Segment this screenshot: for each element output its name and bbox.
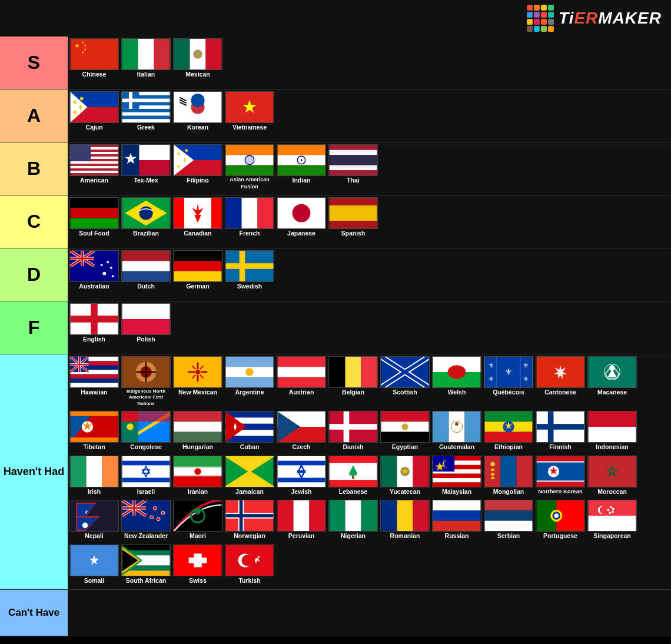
flag-item-italian[interactable]: Italian	[121, 38, 171, 79]
flag-item-tibetan[interactable]: Tibetan	[69, 411, 119, 452]
flag-item-finnish[interactable]: Finnish	[536, 411, 585, 452]
flag-item-guatemalan[interactable]: Guatemalan	[432, 411, 481, 452]
flag-item-austrian[interactable]: Austrian	[277, 356, 326, 407]
flag-item-moroccan[interactable]: Moroccan	[587, 456, 637, 497]
flag-item-czech[interactable]: Czech	[277, 411, 326, 452]
flag-item-australian[interactable]: Australian	[69, 250, 119, 291]
svg-rect-69	[71, 198, 118, 208]
hungarian-flag	[173, 411, 222, 443]
flag-item-soulfood[interactable]: Soul Food	[69, 197, 119, 238]
flag-item-greek[interactable]: Greek	[121, 91, 171, 132]
flag-item-iranian[interactable]: Iranian	[173, 456, 222, 497]
brazilian-label: Brazilian	[121, 229, 171, 238]
flag-item-southafrican[interactable]: South African	[121, 545, 171, 586]
flag-item-irish[interactable]: Irish	[69, 456, 119, 497]
flag-item-french[interactable]: French	[225, 197, 274, 238]
flag-item-indigenous[interactable]: Indigenous North American/ First Nations	[121, 356, 171, 407]
flag-item-texmex[interactable]: Tex-Mex	[121, 144, 171, 191]
flag-item-turkish[interactable]: Turkish	[225, 545, 274, 586]
flag-item-jamaican[interactable]: Jamaican	[225, 456, 274, 497]
flag-item-belgian[interactable]: Belgian	[328, 356, 378, 407]
indian-label: Indian	[277, 176, 326, 185]
flag-item-malaysian[interactable]: Malaysian	[432, 456, 481, 497]
flag-item-spanish[interactable]: Spanish	[328, 197, 378, 238]
flag-item-serbian[interactable]: Serbian	[484, 500, 533, 541]
flag-item-ethiopian[interactable]: Ethiopian	[484, 411, 533, 452]
svg-rect-112	[71, 316, 118, 323]
flag-item-egyptian[interactable]: Egyptian	[380, 411, 430, 452]
flag-item-vietnamese[interactable]: Vietnamese	[225, 91, 274, 132]
tier-content-s: Chinese Italian Mexican	[68, 36, 671, 89]
guatemalan-label: Guatemalan	[432, 443, 481, 452]
guatemalan-flag	[432, 411, 481, 443]
flag-item-israeli[interactable]: Israeli	[121, 456, 171, 497]
tiermaker-container: TiERMAKER S Chinese	[0, 0, 671, 636]
flag-item-chinese[interactable]: Chinese	[69, 38, 119, 79]
flag-item-peruvian[interactable]: Peruvian	[277, 500, 326, 541]
flag-item-english[interactable]: English	[69, 303, 119, 344]
flag-item-russian[interactable]: Russian	[432, 500, 481, 541]
flag-item-hungarian[interactable]: Hungarian	[173, 411, 222, 452]
flag-item-filipino[interactable]: Filipino	[173, 144, 222, 191]
flag-item-asianfusion[interactable]: Asian American Fusion	[225, 144, 274, 191]
svg-point-352	[607, 509, 609, 512]
flag-item-dutch[interactable]: Dutch	[121, 250, 171, 291]
flag-item-canadian[interactable]: Canadian	[173, 197, 222, 238]
flag-item-argentine[interactable]: Argentine	[225, 356, 274, 407]
flag-item-mongolian[interactable]: Mongolian	[484, 456, 533, 497]
tier-row-b: B American	[0, 142, 671, 195]
flag-item-indian[interactable]: Indian	[277, 144, 326, 191]
flag-item-polish[interactable]: Polish	[121, 303, 171, 344]
flag-item-portuguese[interactable]: Portuguese	[536, 500, 585, 541]
japanese-flag	[277, 197, 326, 229]
flag-item-swiss[interactable]: Swiss	[173, 545, 222, 586]
flag-item-jewish[interactable]: Jewish	[277, 456, 326, 497]
flag-item-indonesian[interactable]: Indonesian	[587, 411, 637, 452]
flag-item-korean[interactable]: Korean	[173, 91, 222, 132]
svg-rect-7	[138, 39, 154, 69]
flag-item-norwegian[interactable]: Norwegian	[225, 500, 274, 541]
flag-item-swedish[interactable]: Swedish	[225, 250, 274, 291]
serbian-label: Serbian	[484, 532, 533, 541]
svg-rect-358	[122, 545, 170, 550]
flag-item-brazilian[interactable]: Brazilian	[121, 197, 171, 238]
flag-item-quebecois[interactable]: ⚜ ⚜ ⚜ ⚜ ⚜ Québécois	[484, 356, 533, 407]
flag-item-mexican[interactable]: Mexican	[173, 38, 222, 79]
cajun-label: Cajun	[69, 123, 119, 132]
flag-item-romanian[interactable]: Romanian	[380, 500, 430, 541]
flag-item-singaporean[interactable]: Singaporean	[587, 500, 637, 541]
flag-item-hawaiian[interactable]: Hawaiian	[69, 356, 119, 407]
svg-rect-79	[226, 198, 242, 228]
svg-rect-103	[122, 271, 170, 281]
flag-item-nepali[interactable]: Nepali	[69, 500, 119, 541]
svg-rect-327	[330, 500, 346, 531]
flag-item-cuban[interactable]: Cuban	[225, 411, 274, 452]
svg-rect-211	[381, 411, 429, 421]
spanish-label: Spanish	[328, 229, 378, 238]
flag-item-somali[interactable]: Somali	[69, 545, 119, 586]
flag-item-danish[interactable]: Danish	[328, 411, 378, 452]
svg-rect-242	[174, 476, 222, 478]
svg-rect-64	[330, 145, 377, 150]
svg-point-369	[242, 555, 253, 566]
flag-item-newzealander[interactable]: New Zealander	[121, 500, 171, 541]
flag-item-thai[interactable]: Thai	[328, 144, 378, 191]
flag-item-lebanese[interactable]: Lebanese	[328, 456, 378, 497]
flag-item-cantonese[interactable]: Cantonese	[536, 356, 585, 407]
svg-rect-324	[278, 500, 294, 531]
flag-item-congolese[interactable]: Congolese	[121, 411, 171, 452]
flag-item-macanese[interactable]: Macanese	[587, 356, 637, 407]
flag-item-newmexican[interactable]: New Mexican	[173, 356, 222, 407]
flag-item-german[interactable]: German	[173, 250, 222, 291]
flag-item-nigerian[interactable]: Nigerian	[328, 500, 378, 541]
flag-item-japanese[interactable]: Japanese	[277, 197, 326, 238]
nepali-flag	[69, 500, 119, 532]
flag-item-yucatecan[interactable]: Yucatecan	[380, 456, 430, 497]
flag-item-american[interactable]: American	[69, 144, 119, 191]
svg-rect-41	[71, 166, 118, 168]
flag-item-scottish[interactable]: Scottish	[380, 356, 430, 407]
flag-item-welsh[interactable]: Welsh	[432, 356, 481, 407]
flag-item-maori[interactable]: Maori	[173, 500, 222, 541]
flag-item-cajun[interactable]: Cajun	[69, 91, 119, 132]
flag-item-northernkorean[interactable]: Northern Korean	[536, 456, 585, 497]
